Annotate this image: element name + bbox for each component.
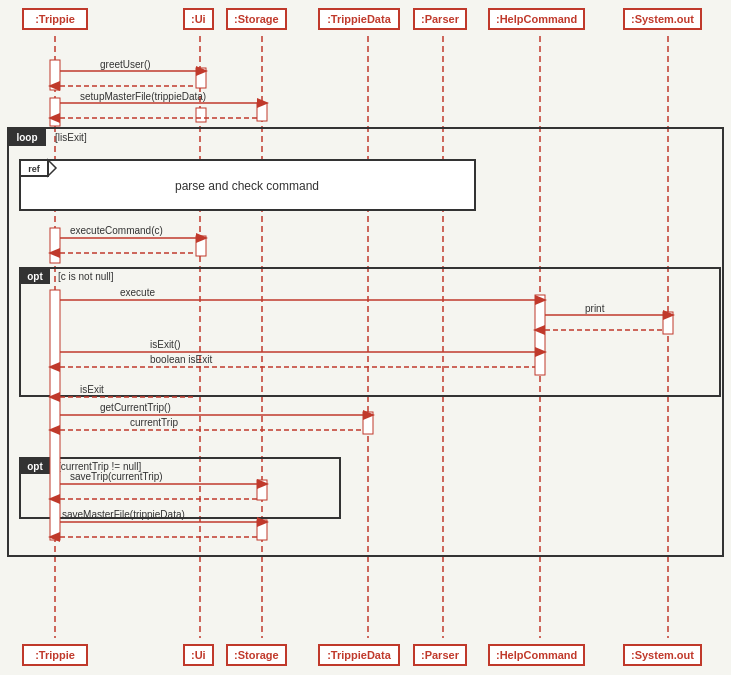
svg-text:currentTrip: currentTrip [130,417,178,428]
svg-text:setupMasterFile(trippieData): setupMasterFile(trippieData) [80,91,206,102]
svg-text:saveMasterFile(trippieData): saveMasterFile(trippieData) [62,509,185,520]
svg-text:greetUser(): greetUser() [100,59,151,70]
svg-text:print: print [585,303,605,314]
svg-text:[c is not null]: [c is not null] [58,271,114,282]
actor-systemout-top: :System.out [623,8,702,30]
svg-text:loop: loop [16,132,37,143]
actor-trippiedata-bottom: :TrippieData [318,644,400,666]
svg-rect-36 [535,295,545,375]
svg-rect-30 [196,108,206,122]
actor-helpcommand-bottom: :HelpCommand [488,644,585,666]
actor-trippiedata-top: :TrippieData [318,8,400,30]
svg-text:isExit: isExit [80,384,104,395]
svg-text:[lisExit]: [lisExit] [55,132,87,143]
svg-text:parse and check command: parse and check command [175,179,319,193]
svg-text:boolean isExit: boolean isExit [150,354,212,365]
actor-ui-top: :Ui [183,8,214,30]
svg-text:saveTrip(currentTrip): saveTrip(currentTrip) [70,471,163,482]
svg-text:execute: execute [120,287,155,298]
actor-storage-bottom: :Storage [226,644,287,666]
svg-text:opt: opt [27,271,43,282]
actor-helpcommand-top: :HelpCommand [488,8,585,30]
actor-trippie-bottom: :Trippie [22,644,88,666]
diagram-svg: loop [lisExit] ref parse and check comma… [0,0,731,675]
actor-parser-bottom: :Parser [413,644,467,666]
actor-trippie-top: :Trippie [22,8,88,30]
svg-rect-27 [50,228,60,263]
actor-storage-top: :Storage [226,8,287,30]
sequence-diagram: loop [lisExit] ref parse and check comma… [0,0,731,675]
svg-text:opt: opt [27,461,43,472]
svg-text:executeCommand(c): executeCommand(c) [70,225,163,236]
actor-parser-top: :Parser [413,8,467,30]
actor-ui-bottom: :Ui [183,644,214,666]
actor-systemout-bottom: :System.out [623,644,702,666]
svg-text:isExit(): isExit() [150,339,181,350]
svg-text:ref: ref [28,164,41,174]
svg-text:getCurrentTrip(): getCurrentTrip() [100,402,171,413]
